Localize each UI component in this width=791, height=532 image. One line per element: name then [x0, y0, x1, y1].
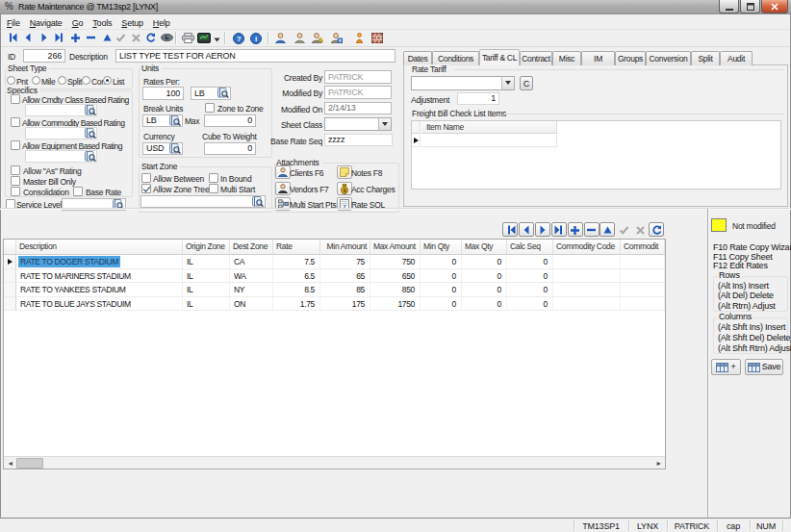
sheet-type-radio-pnt[interactable] — [7, 76, 15, 85]
modified-by-field[interactable]: PATRICK — [324, 86, 392, 99]
tab-audit[interactable]: Audit — [720, 51, 753, 65]
grid-refresh-button[interactable] — [649, 222, 664, 237]
tab-misc[interactable]: Misc — [552, 51, 581, 65]
tab-tariff-cl[interactable]: Tariff & CL — [479, 49, 520, 65]
grid-cell[interactable]: 650 — [370, 269, 421, 284]
id-field[interactable]: 266 — [23, 49, 65, 63]
adjustment-field[interactable]: 1 — [457, 92, 499, 105]
checkbox-allow-equipment-based-rating[interactable] — [11, 140, 20, 150]
zone-to-zone-checkbox[interactable] — [205, 103, 215, 113]
grid-cell[interactable]: 65 — [320, 269, 370, 284]
grid-cell[interactable] — [621, 269, 665, 284]
grid-first-button[interactable] — [502, 222, 518, 237]
grid-cell[interactable]: IL — [183, 255, 230, 269]
print-icon[interactable] — [180, 32, 195, 46]
grid-cell[interactable]: 85 — [320, 283, 370, 297]
currency-lookup-icon[interactable] — [169, 143, 181, 154]
screen-dropdown-icon[interactable] — [213, 32, 220, 46]
sheet-type-radio-split[interactable] — [58, 76, 66, 85]
grid-insert-button[interactable] — [568, 222, 583, 237]
sheet-type-radio-mile[interactable] — [32, 76, 40, 85]
created-by-field[interactable]: PATRICK — [324, 70, 392, 84]
grid-cell[interactable]: 0 — [462, 269, 507, 284]
column-header-min-qty[interactable]: Min Qty — [421, 240, 462, 255]
grid-cell[interactable]: 0 — [462, 297, 507, 312]
column-header-max-qty[interactable]: Max Qty — [462, 240, 507, 255]
grid-cell[interactable]: 750 — [370, 255, 421, 269]
tab-dates[interactable]: Dates — [403, 51, 432, 65]
rates-per-field[interactable]: 100 — [142, 87, 184, 100]
menu-item-navigate[interactable]: Navigate — [25, 15, 67, 30]
checkbox-in-bound[interactable] — [209, 173, 218, 183]
grid-cell[interactable]: 0 — [421, 255, 462, 269]
checkbox-allow-as-rating[interactable] — [11, 165, 20, 175]
menu-item-help[interactable]: Help — [148, 15, 175, 30]
grid-cell[interactable]: 1.75 — [273, 297, 320, 312]
tab-conditions[interactable]: Conditions — [432, 51, 479, 65]
clients-f6-button[interactable] — [275, 165, 291, 179]
checkbox-consolidation[interactable] — [11, 187, 20, 196]
grid-hscrollbar[interactable]: ◄ ► — [4, 456, 665, 469]
grid-last-button[interactable] — [551, 222, 567, 237]
checkbox-master-bill-only[interactable] — [11, 176, 20, 186]
allow-equipment-based-rating-lookup-icon[interactable] — [85, 151, 96, 162]
rate-tariff-c-button[interactable]: C — [520, 76, 533, 90]
grid-cell[interactable]: NY — [230, 283, 273, 297]
tab-conversion[interactable]: Conversion — [646, 51, 691, 65]
column-header-rate[interactable]: Rate — [273, 240, 320, 255]
save-button[interactable]: Save — [745, 359, 783, 375]
grid-cell[interactable]: 6.5 — [273, 269, 320, 284]
sheet-class-combo[interactable] — [324, 117, 392, 131]
cancel-edit-icon[interactable] — [128, 32, 143, 46]
grid-post-button[interactable] — [616, 222, 631, 237]
grid-cell[interactable]: WA — [230, 269, 273, 284]
grid-delete-button[interactable] — [584, 222, 600, 237]
tab-contract[interactable]: Contract — [520, 51, 552, 65]
last-record-icon[interactable] — [52, 32, 67, 46]
column-header-origin-zone[interactable]: Origin Zone — [183, 240, 230, 255]
menu-item-go[interactable]: Go — [67, 15, 89, 30]
sheet-class-dropdown-icon[interactable] — [378, 118, 391, 130]
grid-cell[interactable]: 8.5 — [273, 283, 320, 297]
grid-cell[interactable]: IL — [183, 269, 230, 284]
user-tools-icon[interactable] — [329, 32, 344, 46]
first-record-icon[interactable] — [4, 32, 19, 46]
max-field[interactable]: 0 — [204, 114, 256, 127]
base-rate-seq-field[interactable]: zzzz — [324, 134, 393, 146]
scroll-left-icon[interactable]: ◄ — [4, 458, 16, 469]
help-icon[interactable]: ? — [231, 32, 246, 46]
grid-layout-button[interactable]: + — [711, 359, 741, 375]
grid-cell[interactable]: 7.5 — [273, 255, 320, 269]
menu-item-file[interactable]: File — [2, 15, 25, 30]
column-header-calc-seq[interactable]: Calc Seq — [507, 240, 553, 255]
checkbox-allow-cmdty-class-based-rating[interactable] — [11, 94, 20, 104]
grid-cell[interactable] — [621, 255, 665, 269]
rates-unit-lookup-icon[interactable] — [217, 88, 229, 98]
start-zone-lookup-icon[interactable] — [252, 196, 264, 207]
rate-tariff-dropdown-icon[interactable] — [501, 77, 514, 89]
start-zone-field[interactable] — [140, 195, 266, 208]
grid-cell[interactable]: 0 — [507, 283, 553, 297]
screen-icon[interactable] — [196, 32, 212, 46]
vendors-f7-button[interactable] — [275, 182, 291, 195]
insert-record-icon[interactable] — [67, 32, 83, 46]
break-unit-lookup-icon[interactable] — [169, 115, 181, 126]
close-button[interactable] — [761, 0, 788, 13]
description-field[interactable]: LIST TYPE TEST FOR AERON — [115, 49, 396, 63]
grid-cell[interactable]: RATE TO YANKEES STADIUM — [16, 283, 183, 297]
tab-groups[interactable]: Groups — [615, 51, 646, 65]
grid-cell[interactable]: 75 — [320, 255, 370, 269]
checkbox-allow-zone-tree[interactable] — [141, 184, 151, 193]
grid-cell[interactable]: 0 — [507, 255, 553, 269]
selected-grid-cell[interactable]: RATE TO DOGER STADIUM — [16, 255, 183, 269]
checkbox-base-rate[interactable] — [73, 187, 83, 196]
session-icon[interactable] — [351, 32, 367, 46]
grid-cell[interactable]: 1750 — [370, 297, 421, 312]
maximize-button[interactable] — [740, 0, 760, 13]
grid-cell[interactable]: CA — [230, 255, 273, 269]
next-record-icon[interactable] — [36, 32, 51, 46]
grid-next-button[interactable] — [535, 222, 550, 237]
grid-cell[interactable] — [553, 255, 621, 269]
menu-item-setup[interactable]: Setup — [116, 15, 148, 30]
delete-record-icon[interactable] — [84, 32, 99, 46]
